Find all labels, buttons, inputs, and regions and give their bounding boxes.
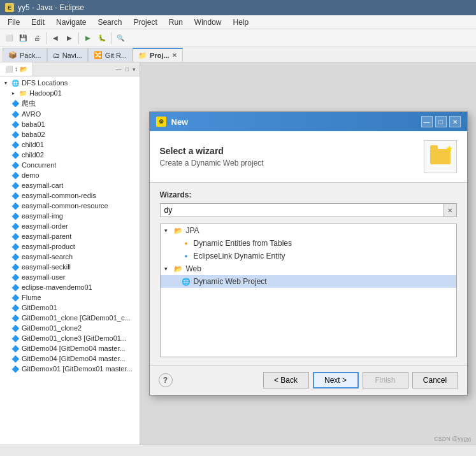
- jpa-category-label: JPA: [186, 226, 199, 235]
- tree-item[interactable]: 🔷 easymall-search: [0, 252, 140, 262]
- tree-item[interactable]: 🔷 Flume: [0, 292, 140, 303]
- dialog-minimize-btn[interactable]: —: [421, 116, 433, 127]
- tree-item[interactable]: 🔷 GitDemo01: [0, 303, 140, 313]
- tree-item[interactable]: 🔷 child01: [0, 139, 140, 150]
- toolbar-search-btn[interactable]: 🔍: [114, 32, 127, 45]
- toolbar-print-btn[interactable]: 🖨: [31, 32, 43, 45]
- menu-project[interactable]: Project: [128, 17, 162, 28]
- tree-hadoop-label: Hadoop01: [29, 89, 62, 97]
- dialog-maximize-btn[interactable]: □: [435, 116, 447, 127]
- side-panel-toolbar-icon: ⬜: [5, 66, 13, 73]
- tree-item[interactable]: 🔷 Concurrent: [0, 160, 140, 170]
- tree-arrow: [3, 325, 9, 331]
- tree-root[interactable]: ▾ 🌐 DFS Locations: [0, 78, 140, 88]
- new-wizard-dialog: ⚙ New — □ ✕ Select a wizard Create a Dyn…: [149, 111, 468, 395]
- star-badge-icon: ★: [445, 143, 454, 153]
- toolbar-new-btn[interactable]: ⬜: [3, 32, 15, 45]
- toolbar-back-btn[interactable]: ◀: [49, 32, 62, 45]
- project-icon: 🔷: [11, 211, 20, 220]
- tree-item[interactable]: 🔷 GitDemo01_clone2: [0, 323, 140, 333]
- tree-label: child02: [22, 151, 44, 159]
- dialog-cancel-btn[interactable]: Cancel: [412, 372, 458, 388]
- tree-item[interactable]: 🔷 AVRO: [0, 109, 140, 119]
- menu-bar: File Edit Navigate Search Project Run Wi…: [0, 15, 476, 29]
- project-content-area: ⚙ New — □ ✕ Select a wizard Create a Dyn…: [140, 62, 476, 445]
- tree-item[interactable]: 🔷 baba02: [0, 129, 140, 139]
- tree-arrow: [3, 284, 9, 290]
- tree-arrow: [3, 315, 9, 321]
- wizard-search-input[interactable]: [160, 203, 444, 217]
- tree-label: GitDemo01_clone [GitDemo01_c...: [22, 314, 131, 322]
- tree-item[interactable]: 🔷 eclipse-mavendemo01: [0, 282, 140, 292]
- tab-project-explorer[interactable]: 📁 Proj... ✕: [133, 48, 183, 62]
- dialog-next-btn[interactable]: Next >: [313, 372, 359, 388]
- menu-file[interactable]: File: [3, 17, 25, 28]
- tree-item[interactable]: 🔷 easymall-parent: [0, 231, 140, 241]
- tree-item[interactable]: 🔷 easymall-common-redis: [0, 190, 140, 201]
- tree-arrow: [3, 131, 9, 138]
- dialog-body: Wizards: ✕ ▾ 📂 JPA: [150, 183, 467, 365]
- toolbar-run-btn[interactable]: ▶: [82, 32, 94, 45]
- project-icon: 🔷: [11, 344, 20, 353]
- side-panel-tab-main[interactable]: ⬜ ↕ 📂: [0, 62, 33, 76]
- tree-item-hadoop[interactable]: ▸ 📁 Hadoop01: [0, 88, 140, 98]
- tree-item[interactable]: 🔷 child02: [0, 150, 140, 160]
- tree-item[interactable]: 🔷 easymall-user: [0, 272, 140, 282]
- tree-item[interactable]: 🔷 爬虫: [0, 98, 140, 109]
- jpa-expand-arrow: ▾: [164, 227, 171, 234]
- project-tree[interactable]: ▾ 🌐 DFS Locations ▸ 📁 Hadoop01 🔷 爬虫: [0, 76, 140, 445]
- wizard-search-clear-btn[interactable]: ✕: [444, 203, 457, 217]
- dialog-finish-btn[interactable]: Finish: [363, 372, 408, 388]
- tree-label: GitDemo01: [22, 304, 57, 311]
- tab-project-label: Proj...: [150, 52, 169, 59]
- tree-item[interactable]: 🔷 easymall-order: [0, 221, 140, 231]
- menu-search[interactable]: Search: [92, 17, 127, 28]
- side-panel-minimize-btn[interactable]: —: [115, 66, 123, 73]
- tab-navigator[interactable]: 🗂 Navi...: [47, 48, 88, 62]
- wizard-tree[interactable]: ▾ 📂 JPA 🔸 Dynamic Entities from Tables: [160, 224, 457, 357]
- main-area: ⬜ ↕ 📂 — □ ▾ ▾ 🌐 DFS Locations: [0, 62, 476, 445]
- project-icon: 🔷: [11, 120, 20, 129]
- wizard-tree-item-eclipselink[interactable]: 🔹 EclipseLink Dynamic Entity: [161, 250, 456, 262]
- tree-item[interactable]: 🔷 easymall-product: [0, 241, 140, 252]
- wizard-tree-category-jpa[interactable]: ▾ 📂 JPA: [161, 224, 456, 237]
- tree-label: baba01: [22, 120, 45, 128]
- tree-item[interactable]: 🔷 GitDemo04 [GitDemo04 master...: [0, 353, 140, 364]
- wizard-tree-item-web-project[interactable]: 🌐 Dynamic Web Project: [161, 275, 456, 288]
- toolbar-save-btn[interactable]: 💾: [17, 32, 29, 45]
- wizard-tree-category-web[interactable]: ▾ 📂 Web: [161, 262, 456, 275]
- tree-label: AVRO: [22, 110, 41, 118]
- menu-run[interactable]: Run: [164, 17, 188, 28]
- entities-label: Dynamic Entities from Tables: [194, 239, 292, 248]
- dialog-help-btn[interactable]: ?: [159, 373, 173, 387]
- tree-arrow: [3, 345, 9, 352]
- tree-item[interactable]: 🔷 demo: [0, 170, 140, 180]
- tree-item[interactable]: 🔷 easymall-common-resource: [0, 201, 140, 211]
- tree-item[interactable]: 🔷 GitDemox01 [GitDemox01 master...: [0, 364, 140, 374]
- menu-navigate[interactable]: Navigate: [51, 17, 91, 28]
- tree-item[interactable]: 🔷 easymall-cart: [0, 180, 140, 190]
- tab-git-repos[interactable]: 🔀 Git R...: [88, 48, 133, 62]
- tree-label: easymall-parent: [22, 232, 71, 240]
- tree-arrow: [3, 213, 9, 219]
- tree-item[interactable]: 🔷 easymall-seckill: [0, 262, 140, 272]
- wizard-tree-item-entities[interactable]: 🔸 Dynamic Entities from Tables: [161, 237, 456, 250]
- side-panel-maximize-btn[interactable]: □: [124, 66, 130, 73]
- dialog-close-btn[interactable]: ✕: [449, 116, 461, 127]
- tree-item[interactable]: 🔷 easymall-img: [0, 211, 140, 221]
- dialog-back-btn[interactable]: < Back: [263, 372, 309, 388]
- menu-help[interactable]: Help: [228, 17, 254, 28]
- project-icon: 🔷: [11, 252, 20, 261]
- tab-project-close[interactable]: ✕: [172, 52, 177, 59]
- menu-window[interactable]: Window: [189, 17, 227, 28]
- tree-item[interactable]: 🔷 GitDemo04 [GitDemo04 master...: [0, 343, 140, 353]
- toolbar-debug-btn[interactable]: 🐛: [96, 32, 108, 45]
- toolbar-forward-btn[interactable]: ▶: [63, 32, 76, 45]
- tree-label: easymall-seckill: [22, 263, 71, 271]
- tree-item[interactable]: 🔷 GitDemo01_clone3 [GitDemo01...: [0, 333, 140, 343]
- tree-item[interactable]: 🔷 baba01: [0, 119, 140, 129]
- side-panel-menu-btn[interactable]: ▾: [131, 66, 137, 73]
- tab-package-explorer[interactable]: 📦 Pack...: [3, 48, 47, 62]
- menu-edit[interactable]: Edit: [26, 17, 50, 28]
- tree-item[interactable]: 🔷 GitDemo01_clone [GitDemo01_c...: [0, 313, 140, 323]
